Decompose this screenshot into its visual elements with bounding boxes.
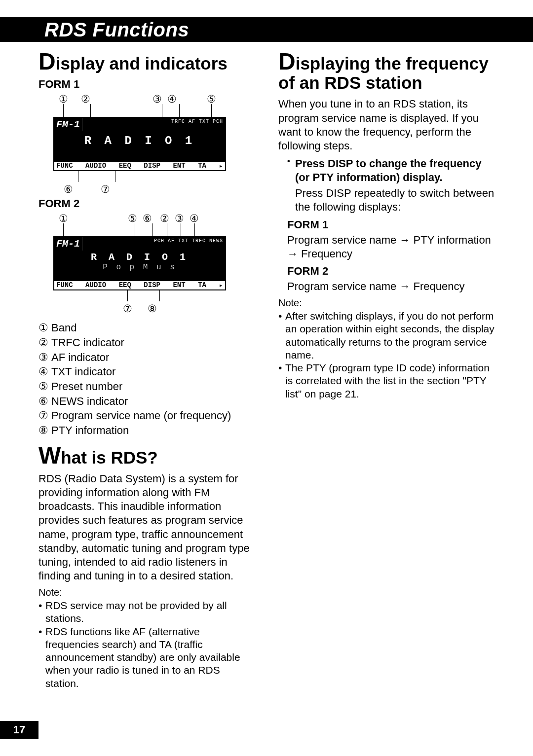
lcd-bot: EEQ <box>119 162 131 170</box>
legend: ①Band ②TRFC indicator ③AF indicator ④TXT… <box>38 321 255 438</box>
right-column: Displaying the frequency of an RDS stati… <box>278 54 495 690</box>
legend-num: ⑤ <box>38 379 51 394</box>
form2-diagram: ① ⑤ ⑥ ② ③ ④ FM-1 PCH AF TXT TRFC NEWS <box>53 213 255 314</box>
lcd-bot: FUNC <box>56 281 73 289</box>
instruction-body: Press DISP repeatedly to switch between … <box>295 186 495 214</box>
lcd-band: FM-1 <box>54 237 82 251</box>
callout: ⑦ <box>83 184 127 194</box>
heading-displaying-frequency: Displaying the frequency of an RDS stati… <box>278 54 495 92</box>
legend-text: Program service name (or frequency) <box>51 408 231 423</box>
lcd-bot: DISP <box>144 281 160 289</box>
form1-label: FORM 1 <box>38 78 255 91</box>
lcd-main: R A D I O 1 <box>54 252 225 263</box>
note-label: Note: <box>278 297 495 309</box>
lcd-band: FM-1 <box>54 118 82 131</box>
callout: ⑤ <box>182 94 216 104</box>
callout: ⑦ <box>53 303 137 314</box>
section-title: RDS Functions <box>38 17 495 42</box>
instruction-bold: Press DISP to change the frequency (or P… <box>295 157 495 184</box>
lcd-icons: PCH AF TXT TRFC NEWS <box>82 237 225 251</box>
form1-diagram: ① ② ③ ④ ⑤ FM-1 TRFC AF TXT PCH R A D I O… <box>53 94 255 194</box>
legend-text: Band <box>51 321 76 335</box>
lcd-form2: FM-1 PCH AF TXT TRFC NEWS R A D I O 1 P … <box>53 236 226 290</box>
lcd-bot: ENT <box>173 281 185 289</box>
lcd-bot: ▸ <box>219 162 223 170</box>
lcd-bot: FUNC <box>56 162 73 170</box>
callout: ② <box>73 94 98 104</box>
intro-body: When you tune in to an RDS station, its … <box>278 97 495 153</box>
callout: ⑤ <box>73 213 137 223</box>
lcd-main: R A D I O 1 <box>54 134 225 147</box>
legend-text: PTY information <box>51 423 129 438</box>
lcd-bot: AUDIO <box>85 281 106 289</box>
legend-num: ④ <box>38 364 51 379</box>
lcd-form1: FM-1 TRFC AF TXT PCH R A D I O 1 FUNC AU… <box>53 117 226 171</box>
callout: ① <box>53 94 73 104</box>
form1-sequence: Program service name → PTY information →… <box>287 233 495 261</box>
lcd-sub: P o p M u s <box>54 263 225 272</box>
callout: ② <box>157 213 172 223</box>
form2-label: FORM 2 <box>38 197 255 210</box>
note-item: After switching displays, if you do not … <box>285 310 495 361</box>
page-number: 17 <box>0 721 38 739</box>
legend-num: ① <box>38 321 51 335</box>
lcd-bot: AUDIO <box>85 162 106 170</box>
legend-text: TXT indicator <box>51 364 115 379</box>
note-list: •RDS service may not be provided by all … <box>38 599 255 690</box>
note-item: RDS service may not be provided by all s… <box>45 599 255 625</box>
what-is-rds-body: RDS (Radio Data System) is a system for … <box>38 472 255 583</box>
lcd-bot: TA <box>198 162 206 170</box>
lcd-bot: DISP <box>144 162 160 170</box>
right-form2-label: FORM 2 <box>287 265 495 278</box>
heading-display-indicators: Display and indicators <box>38 54 255 73</box>
callout: ④ <box>187 213 201 223</box>
heading-what-is-rds: What is RDS? <box>38 448 255 467</box>
note-item: RDS functions like AF (alternative frequ… <box>45 625 255 690</box>
callout: ⑥ <box>53 184 83 194</box>
legend-num: ⑦ <box>38 408 51 423</box>
legend-num: ⑧ <box>38 423 51 438</box>
legend-num: ② <box>38 335 51 350</box>
lcd-bot: TA <box>198 281 206 289</box>
callout: ④ <box>162 94 182 104</box>
note-item: The PTY (program type ID code) informati… <box>285 361 495 400</box>
lcd-icons: TRFC AF TXT PCH <box>82 118 225 131</box>
legend-text: Preset number <box>51 379 122 394</box>
note-label: Note: <box>38 587 255 598</box>
form2-sequence: Program service name → Frequency <box>287 280 495 293</box>
legend-num: ⑥ <box>38 394 51 409</box>
legend-text: NEWS indicator <box>51 394 128 409</box>
callout: ① <box>53 213 73 223</box>
legend-text: TRFC indicator <box>51 335 124 350</box>
legend-text: AF indicator <box>51 350 109 365</box>
lcd-bot: EEQ <box>119 281 131 289</box>
lcd-bot: ▸ <box>219 281 223 289</box>
legend-num: ③ <box>38 350 51 365</box>
right-form1-label: FORM 1 <box>287 218 495 231</box>
lcd-bot: ENT <box>173 162 185 170</box>
left-column: Display and indicators FORM 1 ① ② ③ ④ ⑤ … <box>38 54 255 690</box>
callout: ③ <box>98 94 162 104</box>
note-list: •After switching displays, if you do not… <box>278 310 495 400</box>
callout: ③ <box>172 213 187 223</box>
callout: ⑧ <box>137 303 167 314</box>
callout: ⑥ <box>137 213 157 223</box>
